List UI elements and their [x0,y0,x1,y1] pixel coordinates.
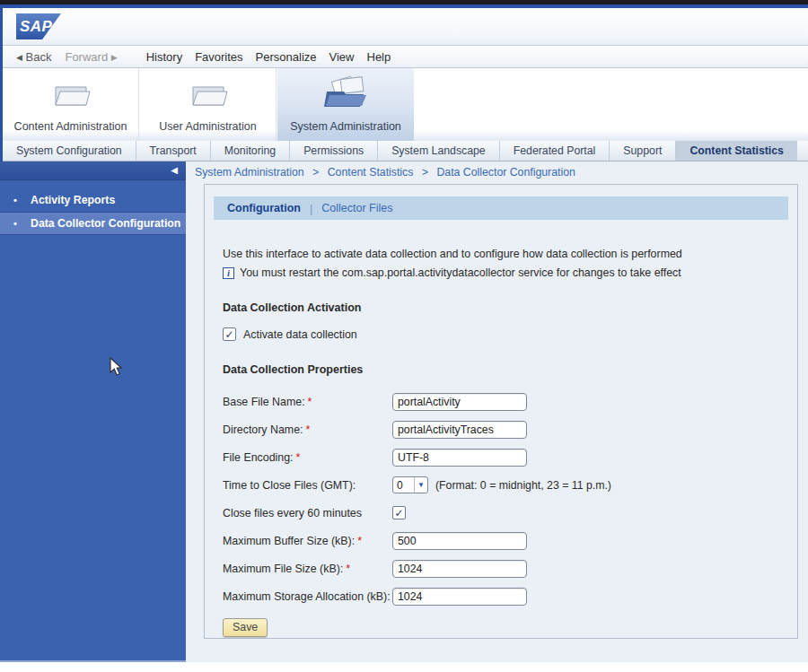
mouse-cursor [110,357,124,380]
directory-name-label: Directory Name:* [223,423,392,436]
tab-system-administration[interactable]: System Administration [277,68,414,141]
sap-logo-text: SAP [16,18,52,36]
intro-text: Use this interface to activate data coll… [223,248,779,260]
base-file-name-label: Base File Name:* [223,396,392,408]
subtab-row: System Configuration Transport Monitorin… [3,141,808,161]
properties-section-heading: Data Collection Properties [223,363,779,376]
checkmark-icon: ✓ [394,507,403,519]
restart-note-row: i You must restart the com.sap.portal.ac… [223,266,779,279]
time-to-close-value: 0 [393,479,414,492]
subtab-transport[interactable]: Transport [136,141,211,161]
required-marker: * [308,396,312,408]
navigation-sidebar: ◀ • Activity Reports • Data Collector Co… [0,161,186,662]
menu-item-help[interactable]: Help [367,50,391,64]
directory-name-input[interactable] [392,421,527,439]
back-button[interactable]: ◀ Back [16,50,51,64]
time-to-close-dropdown[interactable]: 0 ▼ [392,476,428,493]
sidebar-item-data-collector-configuration[interactable]: • Data Collector Configuration [0,212,186,235]
subtab-permissions[interactable]: Permissions [290,141,378,161]
tab-content-administration[interactable]: Content Administration [3,68,139,141]
form-row-time-to-close: Time to Close Files (GMT): 0 ▼ (Format: … [223,471,797,499]
file-encoding-input[interactable] [392,449,527,467]
menu-item-history[interactable]: History [146,50,182,64]
restart-note-text: You must restart the com.sap.portal.acti… [240,266,681,279]
sap-logo: SAP [16,13,61,39]
time-to-close-hint: (Format: 0 = midnight, 23 = 11 p.m.) [435,479,611,492]
configuration-panel: Configuration | Collector Files Use this… [204,184,798,639]
view-tab-bar: Configuration | Collector Files [214,196,788,220]
menu-item-favorites[interactable]: Favorites [195,50,242,64]
menu-item-view[interactable]: View [329,50,355,64]
required-marker: * [346,563,350,575]
workset-tab-row: Content Administration User Administrati… [3,68,808,141]
info-icon: i [223,267,234,279]
form-row-file-encoding: File Encoding:* [223,443,797,471]
main-area: ◀ • Activity Reports • Data Collector Co… [0,161,808,662]
activate-data-collection-checkbox[interactable]: ✓ [223,327,236,341]
breadcrumb-data-collector-configuration[interactable]: Data Collector Configuration [436,166,575,179]
forward-button[interactable]: Forward ▶ [65,50,117,64]
sidebar-collapse-icon[interactable]: ◀ [171,165,178,175]
form-row-max-file-size: Maximum File Size (kB):* [223,554,797,582]
form-row-max-storage-allocation: Maximum Storage Allocation (kB): [223,582,797,610]
sidebar-item-activity-reports[interactable]: • Activity Reports [0,188,186,212]
close-every-60-label: Close files every 60 minutes [223,507,392,519]
folder-icon [188,80,229,114]
checkmark-icon: ✓ [224,328,233,341]
file-encoding-label: File Encoding:* [223,451,392,464]
activation-section-heading: Data Collection Activation [223,301,779,314]
tab-user-administration[interactable]: User Administration [140,68,277,141]
form-row-max-buffer-size: Maximum Buffer Size (kB):* [223,527,797,554]
forward-arrow-icon: ▶ [111,53,118,62]
sidebar-header: ◀ [0,161,186,180]
breadcrumb-separator-icon: > [422,166,428,179]
subtab-federated-portal[interactable]: Federated Portal [500,141,610,161]
max-buffer-size-input[interactable] [392,532,527,550]
breadcrumb-system-administration[interactable]: System Administration [195,166,304,179]
max-file-size-label: Maximum File Size (kB):* [223,563,392,575]
subtab-monitoring[interactable]: Monitoring [211,141,290,161]
activate-data-collection-row: ✓ Activate data collection [223,327,779,341]
close-every-60-checkbox[interactable]: ✓ [392,506,406,519]
menu-bar: ◀ Back Forward ▶ History Favorites Perso… [3,45,808,68]
sidebar-nav-list: • Activity Reports • Data Collector Conf… [0,180,186,235]
activate-data-collection-label: Activate data collection [243,328,357,341]
required-marker: * [357,535,362,547]
breadcrumb: System Administration > Content Statisti… [186,161,808,179]
bullet-icon: • [0,218,31,229]
breadcrumb-separator-icon: > [312,166,319,179]
view-tab-separator: | [310,202,312,215]
properties-form: Base File Name:* Directory Name:* File E… [223,388,797,610]
base-file-name-input[interactable] [392,393,527,411]
back-arrow-icon: ◀ [16,53,22,62]
folder-icon [50,80,92,114]
max-storage-allocation-input[interactable] [392,588,527,606]
breadcrumb-content-statistics[interactable]: Content Statistics [328,166,414,179]
required-marker: * [296,451,301,464]
max-buffer-size-label: Maximum Buffer Size (kB):* [223,535,392,547]
dropdown-arrow-icon[interactable]: ▼ [414,477,427,493]
subtab-support[interactable]: Support [610,141,676,161]
save-button[interactable]: Save [223,618,268,637]
max-storage-allocation-label: Maximum Storage Allocation (kB): [223,590,392,603]
max-file-size-input[interactable] [392,560,527,578]
tab-collector-files[interactable]: Collector Files [321,202,392,214]
form-row-base-file-name: Base File Name:* [223,388,797,415]
subtab-system-configuration[interactable]: System Configuration [3,141,136,161]
menu-item-personalize[interactable]: Personalize [256,50,317,64]
time-to-close-label: Time to Close Files (GMT): [223,479,392,492]
page-bottom-margin [0,662,808,672]
tab-configuration[interactable]: Configuration [227,202,301,214]
open-folder-documents-icon [322,76,369,114]
subtab-content-statistics[interactable]: Content Statistics [676,141,797,161]
content-area: System Administration > Content Statisti… [186,161,808,662]
masthead: SAP [3,8,808,45]
form-row-close-every-60: Close files every 60 minutes ✓ [223,499,797,527]
required-marker: * [306,423,311,436]
form-row-directory-name: Directory Name:* [223,415,797,443]
subtab-system-landscape[interactable]: System Landscape [378,141,500,161]
bullet-icon: • [0,195,31,205]
